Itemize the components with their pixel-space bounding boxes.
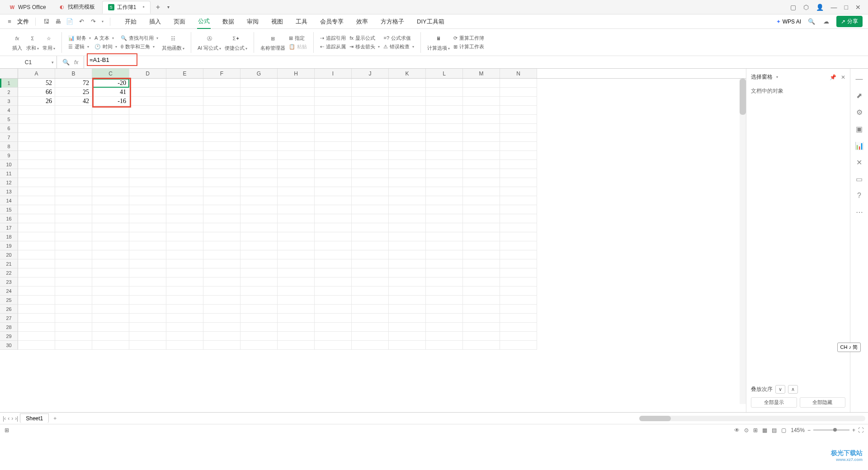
cell[interactable]	[92, 323, 129, 332]
col-header-H[interactable]: H	[278, 69, 315, 78]
cell[interactable]	[18, 124, 55, 133]
cell[interactable]	[389, 196, 426, 205]
cell[interactable]	[463, 187, 500, 196]
tab-wps-office[interactable]: W WPS Office	[4, 1, 52, 14]
cell[interactable]	[92, 268, 129, 277]
cell[interactable]	[315, 160, 352, 169]
cell[interactable]	[241, 106, 278, 115]
cell[interactable]	[166, 151, 203, 160]
cell[interactable]	[241, 178, 278, 187]
hide-all-button[interactable]: 全部隐藏	[800, 397, 846, 408]
cell[interactable]	[55, 323, 92, 332]
cell[interactable]	[203, 79, 241, 88]
cell[interactable]	[203, 259, 241, 268]
cell[interactable]	[18, 287, 55, 296]
cell[interactable]	[389, 277, 426, 287]
ribbon-quick[interactable]: Σ✦ 便捷公式▾	[225, 33, 247, 52]
cell[interactable]	[18, 241, 55, 250]
cell[interactable]: 52	[18, 79, 55, 88]
cell[interactable]	[166, 169, 203, 178]
cell[interactable]	[203, 115, 241, 124]
ribbon-math[interactable]: θ数学和三角▾	[121, 43, 158, 50]
cell[interactable]	[278, 205, 315, 214]
tool-icon[interactable]: ✕	[856, 158, 862, 167]
cell[interactable]	[55, 305, 92, 314]
cell[interactable]	[352, 97, 389, 106]
cell[interactable]	[241, 241, 278, 250]
cell[interactable]	[352, 305, 389, 314]
cell[interactable]	[129, 268, 166, 277]
cell[interactable]	[203, 241, 241, 250]
undo-icon[interactable]: ↶	[77, 18, 85, 26]
close-icon[interactable]: ✕	[855, 4, 861, 11]
zoom-icon[interactable]: 🔍	[62, 59, 70, 66]
cell[interactable]	[426, 133, 463, 142]
ribbon-trace-dep[interactable]: ⇠追踪从属	[320, 43, 346, 50]
ribbon-calc-sheet[interactable]: ⊞计算工作表	[453, 43, 484, 50]
cell[interactable]	[166, 88, 203, 97]
row-header[interactable]: 6	[0, 124, 18, 133]
cell[interactable]	[129, 142, 166, 151]
cell[interactable]	[55, 232, 92, 241]
cell[interactable]	[55, 196, 92, 205]
horizontal-scrollbar[interactable]	[639, 416, 865, 421]
cell[interactable]	[278, 250, 315, 259]
cell[interactable]	[55, 341, 92, 350]
row-header[interactable]: 14	[0, 196, 18, 205]
focus-icon[interactable]: ⊙	[744, 427, 749, 433]
cell[interactable]	[463, 151, 500, 160]
ribbon-recalc[interactable]: ⟳重算工作簿	[453, 35, 484, 42]
cell[interactable]	[315, 341, 352, 350]
cell[interactable]	[241, 332, 278, 341]
cell[interactable]	[203, 314, 241, 323]
menu-tab-start[interactable]: 开始	[124, 15, 137, 28]
cell[interactable]	[92, 169, 129, 178]
row-header[interactable]: 5	[0, 115, 18, 124]
cell[interactable]	[129, 88, 166, 97]
cell[interactable]	[315, 296, 352, 305]
cell[interactable]	[315, 241, 352, 250]
cell[interactable]	[166, 323, 203, 332]
cell[interactable]	[352, 160, 389, 169]
row-header[interactable]: 15	[0, 205, 18, 214]
cell[interactable]	[129, 323, 166, 332]
cell[interactable]	[18, 259, 55, 268]
col-header-D[interactable]: D	[129, 69, 166, 78]
cell[interactable]	[352, 287, 389, 296]
cell[interactable]	[352, 115, 389, 124]
status-icon[interactable]: ⊞	[5, 427, 9, 433]
cell[interactable]	[463, 305, 500, 314]
cell[interactable]	[463, 142, 500, 151]
settings-icon[interactable]: ⚙	[856, 108, 863, 117]
cell[interactable]	[203, 223, 241, 232]
menu-tab-diy[interactable]: DIY工具箱	[416, 15, 445, 28]
cell[interactable]	[55, 205, 92, 214]
cell[interactable]	[463, 241, 500, 250]
cell[interactable]	[463, 268, 500, 277]
cell[interactable]	[203, 187, 241, 196]
cloud-icon[interactable]: ☁	[822, 18, 830, 26]
cell[interactable]	[352, 259, 389, 268]
cell[interactable]	[315, 88, 352, 97]
tab-menu-caret[interactable]: ▾	[164, 5, 173, 9]
cell[interactable]	[463, 259, 500, 268]
cell[interactable]	[241, 232, 278, 241]
collapse-icon[interactable]: —	[856, 75, 863, 83]
cell[interactable]	[241, 205, 278, 214]
cell[interactable]	[352, 250, 389, 259]
cell[interactable]	[18, 142, 55, 151]
cell[interactable]	[463, 178, 500, 187]
cell[interactable]	[92, 151, 129, 160]
cell[interactable]	[352, 196, 389, 205]
col-header-N[interactable]: N	[500, 69, 537, 78]
cell[interactable]	[389, 187, 426, 196]
cell[interactable]: 66	[18, 88, 55, 97]
cell[interactable]	[463, 196, 500, 205]
ribbon-show-formula[interactable]: fx显示公式	[349, 35, 380, 42]
cell[interactable]	[166, 97, 203, 106]
more-icon[interactable]: ⋯	[856, 208, 863, 216]
cell[interactable]	[18, 323, 55, 332]
cell[interactable]	[500, 97, 537, 106]
cell[interactable]	[352, 133, 389, 142]
formula-input[interactable]	[84, 56, 868, 68]
